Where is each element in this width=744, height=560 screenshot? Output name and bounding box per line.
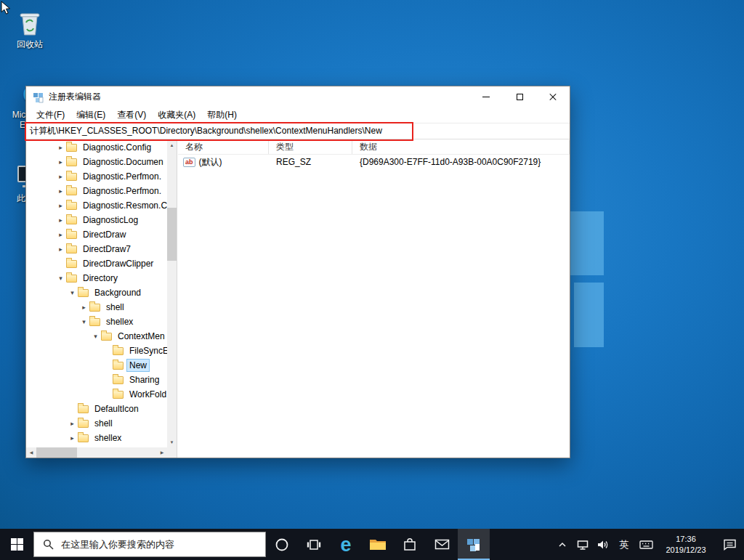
value-row[interactable]: ab (默认) REG_SZ {D969A300-E7FF-11d0-A93B-…: [178, 155, 570, 169]
menu-item[interactable]: 收藏夹(A): [152, 107, 201, 123]
tree-item[interactable]: ▾ shellex: [26, 315, 167, 329]
screen: 回收站 e Microsoft Edge 此电脑: [0, 0, 744, 560]
maximize-button[interactable]: [503, 86, 536, 107]
tree-item[interactable]: ▸ Diagnostic.Resmon.C: [26, 198, 167, 213]
expander-icon[interactable]: ▾: [55, 275, 66, 282]
tree-item[interactable]: ▸ Diagnostic.Perfmon.: [26, 169, 167, 184]
expander-icon[interactable]: ▾: [78, 318, 89, 325]
registry-tree-pane: ▸ Diagnostic.Config ▸ Diagnostic.Documen: [26, 140, 177, 458]
vertical-scrollbar[interactable]: ▲: [167, 140, 177, 447]
scrollbar-thumb[interactable]: [167, 208, 177, 261]
input-language-indicator[interactable]: 英: [613, 529, 635, 560]
tree-item[interactable]: ▸ Diagnostic.Documen: [26, 155, 167, 169]
wallpaper-logo-beam: [566, 211, 604, 275]
tree-item[interactable]: Sharing: [26, 373, 167, 387]
column-header-type[interactable]: 类型: [269, 140, 352, 154]
search-icon: [43, 539, 54, 550]
menu-item[interactable]: 查看(V): [111, 107, 152, 123]
scroll-up-icon[interactable]: ▲: [167, 140, 177, 150]
task-view-button[interactable]: [298, 529, 330, 560]
folder-icon: [78, 289, 89, 297]
column-header-data[interactable]: 数据: [352, 140, 570, 154]
cortana-button[interactable]: [266, 529, 298, 560]
tree-item-label: shellex: [92, 432, 124, 444]
expander-icon[interactable]: ▸: [55, 144, 66, 151]
tree-item-label: Sharing: [127, 374, 161, 386]
scrollbar-thumb[interactable]: [36, 447, 77, 458]
expander-icon[interactable]: ▾: [67, 289, 78, 296]
regedit-window: 注册表编辑器 文件(F) 编辑(E) 查看(V) 收藏夹(A) 帮助(H) 计算…: [25, 86, 570, 458]
action-center-icon[interactable]: [715, 529, 744, 560]
taskbar-clock[interactable]: 17:36 2019/12/23: [657, 534, 715, 555]
tree-item[interactable]: ▸ shellex: [26, 431, 167, 445]
expander-icon[interactable]: ▸: [55, 231, 66, 238]
expander-icon[interactable]: ▸: [67, 420, 78, 427]
folder-icon: [66, 173, 77, 181]
expander-icon[interactable]: ▸: [55, 216, 66, 224]
tree-item[interactable]: ▾ ContextMen: [26, 329, 167, 344]
scroll-right-icon[interactable]: ▶: [157, 447, 167, 458]
menu-item[interactable]: 编辑(E): [70, 107, 111, 123]
column-header-name[interactable]: 名称: [178, 140, 269, 154]
tree-item[interactable]: New: [26, 358, 167, 373]
touch-keyboard-icon[interactable]: [635, 529, 657, 560]
store-button[interactable]: [394, 529, 426, 560]
expander-icon[interactable]: ▸: [78, 304, 89, 311]
folder-icon: [66, 202, 77, 210]
taskbar-search[interactable]: [33, 532, 266, 557]
tree-item[interactable]: ▸ Diagnostic.Config: [26, 140, 167, 155]
start-button[interactable]: [0, 529, 33, 560]
tree-item[interactable]: ▸ Diagnostic.Perfmon.: [26, 184, 167, 198]
tree-item[interactable]: ▾ Background: [26, 285, 167, 300]
desktop-icon-label: 回收站: [1, 38, 58, 51]
expander-icon[interactable]: ▸: [55, 187, 66, 195]
tree-item[interactable]: WorkFold: [26, 387, 167, 402]
tree-item-label: DirectDraw7: [81, 243, 133, 255]
menu-item[interactable]: 文件(F): [31, 107, 70, 123]
expander-icon[interactable]: ▸: [55, 173, 66, 180]
regedit-app-icon: [33, 92, 44, 103]
edge-taskbar-button[interactable]: e: [330, 529, 362, 560]
tree-item[interactable]: DirectDrawClipper: [26, 256, 167, 271]
value-type: REG_SZ: [269, 157, 352, 167]
tree-item[interactable]: FileSyncE: [26, 344, 167, 358]
mail-button[interactable]: [426, 529, 458, 560]
expander-icon[interactable]: ▸: [67, 434, 78, 442]
folder-icon: [66, 275, 77, 283]
scroll-down-icon[interactable]: ▼: [167, 437, 177, 447]
tree-item[interactable]: DefaultIcon: [26, 402, 167, 416]
close-button[interactable]: [536, 86, 570, 107]
value-name: (默认): [199, 156, 222, 169]
expander-icon[interactable]: ▸: [55, 158, 66, 166]
scroll-left-icon[interactable]: ◀: [26, 447, 36, 458]
search-input[interactable]: [61, 539, 243, 550]
tree-item[interactable]: ▸ shell: [26, 300, 167, 315]
network-icon[interactable]: [573, 529, 593, 560]
hidden-icons-chevron[interactable]: [552, 529, 573, 560]
wallpaper-logo-beam: [574, 283, 604, 347]
folder-icon: [113, 391, 124, 399]
minimize-button[interactable]: [469, 86, 503, 107]
title-bar[interactable]: 注册表编辑器: [26, 86, 570, 107]
address-bar[interactable]: 计算机\HKEY_CLASSES_ROOT\Directory\Backgrou…: [26, 123, 570, 139]
expander-icon[interactable]: ▾: [90, 333, 101, 340]
menu-item[interactable]: 帮助(H): [201, 107, 243, 123]
horizontal-scrollbar[interactable]: ◀ ▶: [26, 447, 167, 458]
tree-item[interactable]: ▸ shell: [26, 416, 167, 431]
expander-icon[interactable]: ▸: [55, 202, 66, 209]
folder-icon: [78, 405, 89, 413]
folder-icon: [66, 144, 77, 152]
registry-tree: ▸ Diagnostic.Config ▸ Diagnostic.Documen: [26, 140, 167, 447]
volume-icon[interactable]: [593, 529, 613, 560]
tree-item[interactable]: ▸ DirectDraw: [26, 227, 167, 242]
file-explorer-button[interactable]: [362, 529, 394, 560]
folder-icon: [101, 333, 112, 341]
folder-icon: [66, 231, 77, 239]
tree-item[interactable]: ▸ DirectDraw7: [26, 242, 167, 256]
tree-item-label: DirectDrawClipper: [81, 258, 155, 269]
expander-icon[interactable]: ▸: [55, 245, 66, 253]
tree-item[interactable]: ▾ Directory: [26, 271, 167, 285]
tree-item[interactable]: ▸ DiagnosticLog: [26, 213, 167, 227]
regedit-taskbar-button[interactable]: [458, 529, 490, 560]
tree-item-label: Diagnostic.Documen: [81, 156, 166, 168]
